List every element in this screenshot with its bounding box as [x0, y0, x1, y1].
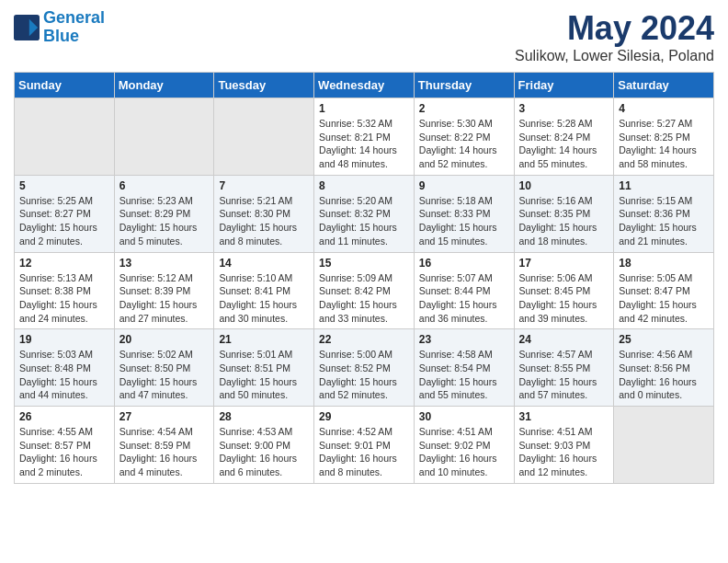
day-info: Sunrise: 5:13 AM Sunset: 8:38 PM Dayligh…: [19, 271, 109, 326]
day-info: Sunrise: 5:23 AM Sunset: 8:29 PM Dayligh…: [119, 194, 210, 248]
day-info: Sunrise: 5:09 AM Sunset: 8:42 PM Dayligh…: [319, 271, 409, 326]
day-info: Sunrise: 5:06 AM Sunset: 8:45 PM Dayligh…: [519, 271, 609, 326]
calendar-cell: 18Sunrise: 5:05 AM Sunset: 8:47 PM Dayli…: [614, 252, 714, 329]
calendar-cell: 13Sunrise: 5:12 AM Sunset: 8:39 PM Dayli…: [114, 252, 214, 329]
day-info: Sunrise: 4:51 AM Sunset: 9:03 PM Dayligh…: [519, 425, 609, 479]
calendar-cell: 4Sunrise: 5:27 AM Sunset: 8:25 PM Daylig…: [614, 98, 714, 176]
day-info: Sunrise: 5:12 AM Sunset: 8:39 PM Dayligh…: [119, 271, 210, 326]
day-info: Sunrise: 4:58 AM Sunset: 8:54 PM Dayligh…: [419, 348, 509, 402]
day-info: Sunrise: 4:51 AM Sunset: 9:02 PM Dayligh…: [419, 425, 509, 479]
calendar-cell: 2Sunrise: 5:30 AM Sunset: 8:22 PM Daylig…: [414, 98, 514, 176]
day-info: Sunrise: 5:25 AM Sunset: 8:27 PM Dayligh…: [19, 194, 109, 248]
logo-general: General: [43, 8, 105, 27]
day-info: Sunrise: 5:10 AM Sunset: 8:41 PM Dayligh…: [219, 271, 309, 326]
day-info: Sunrise: 5:15 AM Sunset: 8:36 PM Dayligh…: [619, 194, 709, 248]
calendar-cell: 8Sunrise: 5:20 AM Sunset: 8:32 PM Daylig…: [314, 175, 415, 252]
calendar-cell: 31Sunrise: 4:51 AM Sunset: 9:03 PM Dayli…: [514, 407, 614, 484]
day-number: 20: [119, 333, 210, 346]
day-number: 29: [319, 410, 409, 423]
day-number: 4: [619, 102, 709, 115]
weekday-header-friday: Friday: [514, 73, 614, 98]
calendar-cell: [15, 98, 115, 176]
calendar-cell: [614, 407, 714, 484]
calendar-cell: 23Sunrise: 4:58 AM Sunset: 8:54 PM Dayli…: [414, 329, 514, 407]
day-info: Sunrise: 5:01 AM Sunset: 8:51 PM Dayligh…: [219, 348, 309, 402]
day-number: 22: [319, 333, 409, 346]
day-number: 2: [419, 102, 509, 115]
weekday-header-thursday: Thursday: [414, 73, 514, 98]
page-header: General Blue May 2024 Sulikow, Lower Sil…: [14, 9, 714, 64]
calendar-cell: 5Sunrise: 5:25 AM Sunset: 8:27 PM Daylig…: [15, 175, 115, 252]
day-number: 11: [619, 179, 709, 192]
day-info: Sunrise: 5:30 AM Sunset: 8:22 PM Dayligh…: [419, 117, 509, 171]
day-number: 25: [619, 333, 709, 346]
day-info: Sunrise: 4:52 AM Sunset: 9:01 PM Dayligh…: [319, 425, 409, 479]
day-number: 6: [119, 179, 210, 192]
day-info: Sunrise: 4:56 AM Sunset: 8:56 PM Dayligh…: [619, 348, 709, 402]
day-number: 10: [519, 179, 609, 192]
calendar-cell: 7Sunrise: 5:21 AM Sunset: 8:30 PM Daylig…: [214, 175, 314, 252]
day-info: Sunrise: 5:07 AM Sunset: 8:44 PM Dayligh…: [419, 271, 509, 326]
calendar-cell: 10Sunrise: 5:16 AM Sunset: 8:35 PM Dayli…: [514, 175, 614, 252]
weekday-header-tuesday: Tuesday: [214, 73, 314, 98]
calendar-cell: 15Sunrise: 5:09 AM Sunset: 8:42 PM Dayli…: [314, 252, 415, 329]
day-info: Sunrise: 4:54 AM Sunset: 8:59 PM Dayligh…: [119, 425, 210, 479]
day-number: 30: [419, 410, 509, 423]
day-number: 21: [219, 333, 309, 346]
day-number: 23: [419, 333, 509, 346]
calendar-cell: 30Sunrise: 4:51 AM Sunset: 9:02 PM Dayli…: [414, 407, 514, 484]
day-info: Sunrise: 5:21 AM Sunset: 8:30 PM Dayligh…: [219, 194, 309, 248]
calendar-cell: 6Sunrise: 5:23 AM Sunset: 8:29 PM Daylig…: [114, 175, 214, 252]
day-number: 19: [19, 333, 109, 346]
calendar-cell: 16Sunrise: 5:07 AM Sunset: 8:44 PM Dayli…: [414, 252, 514, 329]
calendar-cell: [214, 98, 314, 176]
day-number: 26: [19, 410, 109, 423]
calendar-cell: 11Sunrise: 5:15 AM Sunset: 8:36 PM Dayli…: [614, 175, 714, 252]
day-info: Sunrise: 5:28 AM Sunset: 8:24 PM Dayligh…: [519, 117, 609, 171]
calendar-cell: 17Sunrise: 5:06 AM Sunset: 8:45 PM Dayli…: [514, 252, 614, 329]
day-info: Sunrise: 5:03 AM Sunset: 8:48 PM Dayligh…: [19, 348, 109, 402]
calendar-table: SundayMondayTuesdayWednesdayThursdayFrid…: [14, 72, 714, 484]
day-info: Sunrise: 4:57 AM Sunset: 8:55 PM Dayligh…: [519, 348, 609, 402]
calendar-cell: 3Sunrise: 5:28 AM Sunset: 8:24 PM Daylig…: [514, 98, 614, 176]
logo: General Blue: [14, 9, 105, 46]
day-info: Sunrise: 4:53 AM Sunset: 9:00 PM Dayligh…: [219, 425, 309, 479]
day-number: 28: [219, 410, 309, 423]
day-number: 7: [219, 179, 309, 192]
day-info: Sunrise: 5:18 AM Sunset: 8:33 PM Dayligh…: [419, 194, 509, 248]
calendar-cell: 27Sunrise: 4:54 AM Sunset: 8:59 PM Dayli…: [114, 407, 214, 484]
week-row-4: 19Sunrise: 5:03 AM Sunset: 8:48 PM Dayli…: [15, 329, 714, 407]
week-row-3: 12Sunrise: 5:13 AM Sunset: 8:38 PM Dayli…: [15, 252, 714, 329]
calendar-cell: 1Sunrise: 5:32 AM Sunset: 8:21 PM Daylig…: [314, 98, 415, 176]
day-info: Sunrise: 5:32 AM Sunset: 8:21 PM Dayligh…: [319, 117, 409, 171]
week-row-2: 5Sunrise: 5:25 AM Sunset: 8:27 PM Daylig…: [15, 175, 714, 252]
day-number: 12: [19, 257, 109, 270]
calendar-cell: 20Sunrise: 5:02 AM Sunset: 8:50 PM Dayli…: [114, 329, 214, 407]
day-number: 17: [519, 257, 609, 270]
calendar-cell: 28Sunrise: 4:53 AM Sunset: 9:00 PM Dayli…: [214, 407, 314, 484]
logo-blue: Blue: [43, 27, 79, 45]
day-info: Sunrise: 5:02 AM Sunset: 8:50 PM Dayligh…: [119, 348, 210, 402]
calendar-cell: 19Sunrise: 5:03 AM Sunset: 8:48 PM Dayli…: [15, 329, 115, 407]
week-row-1: 1Sunrise: 5:32 AM Sunset: 8:21 PM Daylig…: [15, 98, 714, 176]
calendar-cell: 22Sunrise: 5:00 AM Sunset: 8:52 PM Dayli…: [314, 329, 415, 407]
day-info: Sunrise: 5:16 AM Sunset: 8:35 PM Dayligh…: [519, 194, 609, 248]
day-number: 15: [319, 257, 409, 270]
weekday-header-wednesday: Wednesday: [314, 73, 415, 98]
week-row-5: 26Sunrise: 4:55 AM Sunset: 8:57 PM Dayli…: [15, 407, 714, 484]
logo-text: General Blue: [43, 9, 105, 46]
weekday-header-monday: Monday: [114, 73, 214, 98]
day-number: 1: [319, 102, 409, 115]
calendar-cell: 9Sunrise: 5:18 AM Sunset: 8:33 PM Daylig…: [414, 175, 514, 252]
weekday-header-sunday: Sunday: [15, 73, 115, 98]
day-number: 14: [219, 257, 309, 270]
day-number: 13: [119, 257, 210, 270]
day-info: Sunrise: 5:00 AM Sunset: 8:52 PM Dayligh…: [319, 348, 409, 402]
calendar-title: May 2024: [515, 9, 714, 48]
calendar-subtitle: Sulikow, Lower Silesia, Poland: [515, 48, 714, 64]
weekday-header-row: SundayMondayTuesdayWednesdayThursdayFrid…: [15, 73, 714, 98]
day-info: Sunrise: 4:55 AM Sunset: 8:57 PM Dayligh…: [19, 425, 109, 479]
calendar-cell: 25Sunrise: 4:56 AM Sunset: 8:56 PM Dayli…: [614, 329, 714, 407]
calendar-cell: 21Sunrise: 5:01 AM Sunset: 8:51 PM Dayli…: [214, 329, 314, 407]
day-number: 18: [619, 257, 709, 270]
